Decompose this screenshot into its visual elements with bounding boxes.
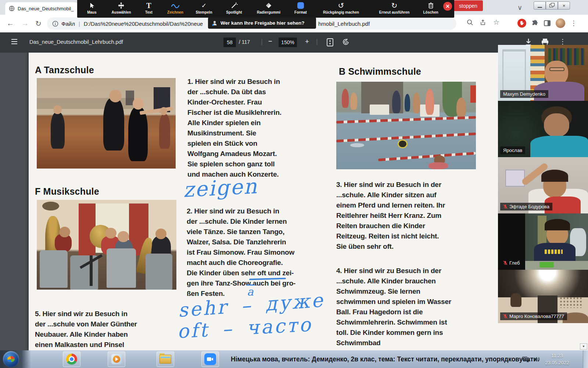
forward-icon[interactable]: →	[21, 19, 29, 28]
paragraph-2: 2. Hier sind wir zu Besuch in der ...sch…	[187, 206, 295, 299]
participant-name-badge: Эфтаде Бодурова	[500, 203, 552, 210]
paragraph-3: 3. Hier sind wir zu Besuch in der ...sch…	[336, 180, 445, 252]
globe-favicon-icon	[9, 6, 15, 11]
tool-eraser[interactable]: Radiergummi	[257, 1, 280, 14]
url-text-left: D:/Das%20neue%20Deutschmobil/Das%20neue	[84, 21, 203, 27]
extensions-puzzle-icon[interactable]	[531, 20, 539, 27]
taskbar: Німецька мова, вчитель: Демиденко, 2в кл…	[0, 350, 588, 368]
close-button[interactable]: ×	[558, 1, 570, 10]
chevron-down-icon[interactable]: ∨	[517, 4, 522, 12]
share-visibility-tooltip: Wer kann Ihre Freigabe hier sehen?	[208, 17, 316, 29]
eraser-diamond-icon	[265, 1, 272, 10]
person-icon	[212, 20, 218, 26]
tool-spotlight[interactable]: Spotlight	[226, 1, 242, 14]
tool-format[interactable]: Format	[294, 1, 307, 14]
pdf-zoom-out-button[interactable]: −	[268, 38, 272, 45]
format-swatch-icon	[297, 1, 304, 10]
draw-squiggle-icon	[171, 1, 180, 10]
system-tray	[522, 350, 540, 368]
dance-school-photo	[37, 78, 176, 169]
lesson-info-text: Німецька мова, вчитель: Демиденко, 2в кл…	[231, 350, 539, 368]
pdf-print-icon[interactable]	[541, 38, 549, 46]
undo-icon: ↺	[338, 1, 344, 10]
bookmark-star-icon[interactable]: ☆	[493, 18, 499, 26]
video-panel: Maxym Demydenko Ярослав Эфтаде Бодурова	[498, 45, 588, 323]
pdf-zoom-level[interactable]: 150%	[279, 38, 297, 47]
taskbar-explorer-icon[interactable]	[157, 351, 174, 367]
handwriting-zeigen: zeigen	[182, 174, 258, 202]
network-icon[interactable]	[522, 356, 529, 362]
sidepanel-icon[interactable]	[544, 20, 551, 26]
video-tile-maxym[interactable]: Maxym Demydenko	[498, 45, 588, 101]
taskbar-zoom-icon[interactable]	[201, 351, 219, 367]
browser-tab[interactable]: Das_neue_Deutschmobil_	[5, 2, 78, 15]
music-school-photo	[37, 200, 176, 290]
taskbar-chrome-icon[interactable]	[63, 351, 80, 367]
video-tile-eftade[interactable]: Эфтаде Бодурова	[498, 157, 588, 213]
clock-time: 11:23	[543, 352, 571, 359]
participant-name-badge: Марго Коновалова77777	[500, 312, 567, 320]
section-f-heading: F Musikschule	[35, 186, 99, 197]
back-icon[interactable]: ←	[7, 19, 14, 28]
text-icon: T	[146, 1, 151, 10]
url-scheme-label: Файл	[61, 21, 75, 27]
taskbar-mediaplayer-icon[interactable]	[108, 351, 125, 367]
move-icon	[118, 1, 125, 10]
adblock-icon[interactable]	[517, 19, 526, 28]
omnibox-actions: ☆	[467, 19, 499, 26]
share-icon[interactable]	[480, 19, 487, 26]
volume-icon[interactable]	[533, 356, 540, 362]
reload-icon[interactable]: ↻	[35, 19, 42, 28]
screen: Das_neue_Deutschmobil_ ∨ × ← → ↻ Файл | …	[0, 0, 588, 368]
restore-button[interactable]	[546, 1, 558, 10]
minimize-button[interactable]	[534, 1, 546, 10]
window-controls: ×	[534, 1, 570, 10]
participant-name-badge: Maxym Demydenko	[500, 90, 548, 98]
tool-draw[interactable]: Zeichnen	[167, 1, 183, 14]
swimming-school-photo	[336, 82, 476, 169]
pdf-page-input[interactable]: 58	[223, 38, 236, 47]
url-separator: |	[79, 21, 80, 27]
paragraph-4: 4. Hier sind wir zu Besuch in der ...sch…	[336, 266, 451, 348]
pdf-page-count: / 117	[239, 39, 250, 45]
wand-icon	[230, 1, 238, 10]
pdf-menu-icon[interactable]	[10, 38, 18, 46]
pdf-more-kebab-icon[interactable]: ⋮	[559, 38, 566, 46]
tool-undo[interactable]: ↺ Rückgängig machen	[323, 1, 359, 14]
url-text-right: hmobil_Lehrbuch.pdf	[318, 21, 370, 27]
profile-avatar[interactable]	[556, 18, 565, 28]
paragraph-1: 1. Hier sind wir zu Besuch in der ...sch…	[187, 77, 282, 180]
tool-select[interactable]: Auswählen	[112, 1, 131, 14]
handwriting-letter-a-bar	[246, 284, 255, 286]
participant-name-badge: Глеб	[500, 259, 523, 267]
participant-face	[544, 113, 569, 137]
show-desktop-button[interactable]	[583, 350, 588, 368]
stop-share-button[interactable]: stoppen	[453, 0, 483, 11]
pdf-fit-page-icon[interactable]	[326, 38, 334, 47]
taskbar-clock[interactable]: 11:23 23.05.2022	[543, 352, 571, 366]
tool-delete[interactable]: Löschen	[423, 1, 438, 14]
scrollbar-down-arrow[interactable]: ▼	[580, 343, 587, 350]
info-icon[interactable]	[52, 21, 58, 27]
browser-menu-kebab-icon[interactable]: ⋮	[570, 19, 577, 27]
pdf-rotate-icon[interactable]	[342, 38, 350, 46]
clock-date: 23.05.2022	[543, 359, 571, 366]
cursor-icon	[89, 1, 95, 10]
check-icon: ✓	[201, 1, 207, 10]
paragraph-5: 5. Hier sind wir zu Besuch in der ...sch…	[35, 309, 137, 350]
tool-mouse[interactable]: Maus	[87, 1, 97, 14]
video-tile-margo[interactable]: Марго Коновалова77777	[498, 270, 588, 323]
start-button[interactable]	[3, 351, 19, 367]
tool-redo[interactable]: ↻ Erneut ausführen	[379, 1, 410, 14]
mic-muted-icon	[503, 204, 508, 209]
tool-stamp[interactable]: ✓ Stempeln	[196, 1, 212, 14]
video-tile-yaroslav[interactable]: Ярослав	[498, 101, 588, 157]
video-tile-gleb[interactable]: Глеб	[498, 213, 588, 270]
pdf-filename: Das_neue_Deutschmobil_Lehrbuch.pdf	[29, 39, 123, 45]
section-a-heading: A Tanzschule	[35, 65, 94, 75]
trash-icon	[428, 1, 434, 10]
annotation-close-icon[interactable]: ✕	[443, 2, 452, 11]
tool-text[interactable]: T Text	[145, 1, 153, 14]
zoom-page-icon[interactable]	[467, 19, 473, 26]
pdf-zoom-in-button[interactable]: +	[305, 38, 309, 46]
